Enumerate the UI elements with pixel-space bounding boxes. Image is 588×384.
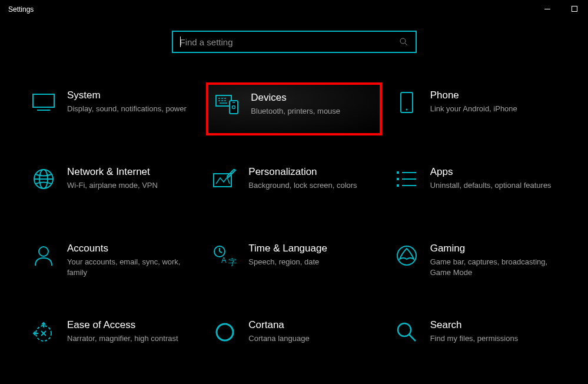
settings-grid: System Display, sound, notifications, po… <box>0 82 588 365</box>
tile-desc: Link your Android, iPhone <box>430 104 557 114</box>
svg-rect-1 <box>572 6 577 12</box>
tile-title: Phone <box>430 90 557 101</box>
tile-apps[interactable]: Apps Uninstall, defaults, optional featu… <box>388 159 563 212</box>
window-title: Settings <box>8 5 34 14</box>
svg-text:字: 字 <box>228 257 237 266</box>
tile-title: Search <box>430 319 557 331</box>
maximize-icon <box>572 6 577 12</box>
tile-desc: Uninstall, defaults, optional features <box>430 180 557 191</box>
personalization-icon <box>212 166 238 192</box>
tile-phone[interactable]: Phone Link your Android, iPhone <box>388 82 563 135</box>
svg-point-39 <box>217 324 233 340</box>
tile-desc: Display, sound, notifications, power <box>67 104 194 114</box>
svg-rect-4 <box>33 94 54 107</box>
svg-point-29 <box>39 247 48 256</box>
maximize-button[interactable] <box>561 0 588 18</box>
search-input[interactable] <box>180 37 399 47</box>
tile-desc: Wi-Fi, airplane mode, VPN <box>67 180 194 191</box>
phone-icon <box>394 90 420 115</box>
svg-point-40 <box>398 323 411 336</box>
time-language-icon: A 字 <box>212 243 238 269</box>
tile-title: Time & Language <box>248 243 376 254</box>
svg-rect-23 <box>397 171 399 174</box>
tile-title: Apps <box>430 166 557 178</box>
minimize-button[interactable] <box>534 0 561 18</box>
svg-rect-27 <box>397 184 399 187</box>
tile-title: Personalization <box>248 166 376 178</box>
ease-of-access-icon <box>31 319 57 345</box>
tile-ease-of-access[interactable]: Ease of Access Narrator, magnifier, high… <box>25 312 200 365</box>
devices-icon <box>214 92 240 118</box>
svg-line-41 <box>409 335 416 341</box>
tile-title: Cortana <box>248 319 376 331</box>
tile-accounts[interactable]: Accounts Your accounts, email, sync, wor… <box>25 236 200 289</box>
tile-desc: Background, lock screen, colors <box>248 180 376 191</box>
tile-personalization[interactable]: Personalization Background, lock screen,… <box>206 159 381 212</box>
tile-desc: Cortana language <box>248 333 376 344</box>
window-controls <box>534 0 588 18</box>
tile-desc: Your accounts, email, sync, work, family <box>67 257 194 277</box>
tile-time-language[interactable]: A 字 Time & Language Speech, region, date <box>206 236 381 289</box>
tile-desc: Find my files, permissions <box>430 333 557 344</box>
tile-system[interactable]: System Display, sound, notifications, po… <box>25 82 200 135</box>
minimize-icon <box>544 9 550 9</box>
tile-desc: Game bar, captures, broadcasting, Game M… <box>430 257 557 277</box>
svg-point-2 <box>400 38 406 44</box>
tile-title: Devices <box>251 92 373 104</box>
accounts-icon <box>31 243 57 269</box>
tile-title: System <box>67 90 194 101</box>
tile-title: Gaming <box>430 243 557 254</box>
svg-line-32 <box>220 251 222 253</box>
svg-rect-0 <box>544 9 550 9</box>
tile-search[interactable]: Search Find my files, permissions <box>388 312 563 365</box>
globe-icon <box>31 166 57 192</box>
search-tile-icon <box>394 319 420 345</box>
tile-cortana[interactable]: Cortana Cortana language <box>206 312 381 365</box>
svg-text:A: A <box>221 256 227 264</box>
search-box[interactable] <box>172 31 417 53</box>
text-cursor <box>180 37 181 47</box>
svg-line-3 <box>405 43 407 45</box>
search-container <box>0 31 588 53</box>
tile-title: Network & Internet <box>67 166 194 178</box>
tile-desc: Bluetooth, printers, mouse <box>251 106 373 117</box>
svg-point-18 <box>406 109 407 111</box>
tile-gaming[interactable]: Gaming Game bar, captures, broadcasting,… <box>388 236 563 289</box>
svg-rect-25 <box>397 178 399 180</box>
tile-title: Ease of Access <box>67 319 194 331</box>
cortana-icon <box>212 319 238 345</box>
search-icon <box>399 37 408 47</box>
tile-desc: Narrator, magnifier, high contrast <box>67 333 194 344</box>
gaming-icon <box>394 243 420 269</box>
tile-devices[interactable]: Devices Bluetooth, printers, mouse <box>206 82 381 135</box>
apps-icon <box>394 166 420 192</box>
tile-desc: Speech, region, date <box>248 257 376 267</box>
tile-title: Accounts <box>67 243 194 254</box>
tile-network[interactable]: Network & Internet Wi-Fi, airplane mode,… <box>25 159 200 212</box>
system-icon <box>31 90 57 115</box>
titlebar: Settings <box>0 0 588 19</box>
